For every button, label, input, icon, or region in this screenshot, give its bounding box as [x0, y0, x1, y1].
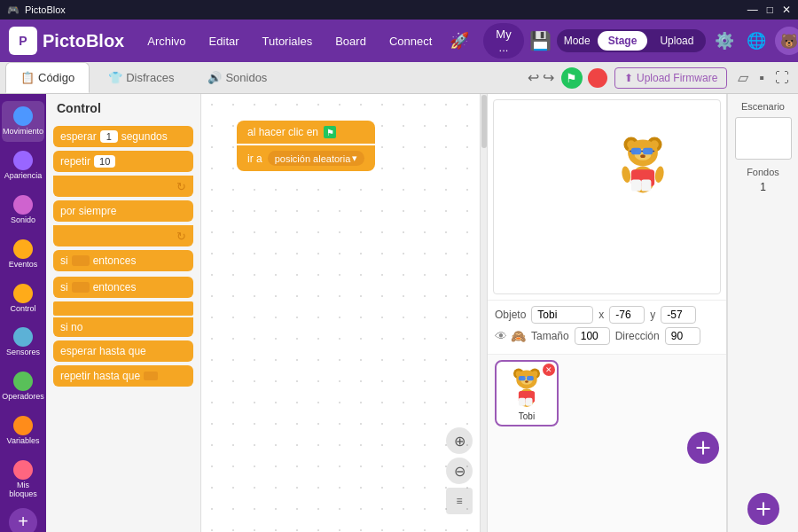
sidebar-item-variables[interactable]: Variables [2, 411, 44, 451]
hide-btn[interactable]: 🙈 [511, 329, 526, 343]
my-projects-btn[interactable]: My ... [483, 23, 523, 59]
menu-archivo[interactable]: Archivo [138, 31, 194, 51]
y-label: y [650, 309, 655, 321]
operadores-label: Operadores [2, 393, 44, 402]
fit-btn[interactable]: ≡ [446, 488, 473, 514]
tab-disfraces[interactable]: 👕 Disfraces [93, 62, 189, 93]
logo-icon: P [9, 27, 37, 55]
mis-bloques-label: Mis bloques [5, 481, 41, 499]
x-input[interactable] [609, 306, 645, 324]
stage-view-btn[interactable]: ▪ [755, 67, 768, 88]
add-backdrop-btn[interactable] [747, 493, 779, 525]
stop-btn[interactable] [588, 68, 607, 88]
sprite-card-tobi[interactable]: ✕ [495, 360, 559, 426]
block-esperar-hasta[interactable]: esperar hasta que [53, 340, 193, 362]
sidebar-item-movimiento[interactable]: Movimiento [2, 101, 44, 142]
stage-canvas [493, 99, 721, 294]
sidebar-item-mis-bloques[interactable]: Mis bloques [2, 455, 44, 505]
sprite-delete-btn[interactable]: ✕ [543, 364, 555, 376]
event-block[interactable]: al hacer clic en ⚑ [237, 121, 375, 144]
sidebar-item-eventos[interactable]: Eventos [2, 234, 44, 275]
block-repetir-label: repetir [60, 155, 90, 168]
split-view-btn[interactable]: ▱ [734, 67, 752, 88]
block-si-entonces[interactable]: si entonces [53, 250, 193, 271]
fullscreen-btn[interactable]: ⛶ [771, 67, 793, 88]
sidebar-item-operadores[interactable]: Operadores [2, 366, 44, 407]
y-input[interactable] [661, 306, 696, 324]
app-icon: 🎮 [7, 4, 20, 16]
sidebar-item-apariencia[interactable]: Apariencia [2, 145, 44, 186]
obj-main-row: Objeto x y [495, 306, 719, 324]
menu-editar[interactable]: Editar [200, 31, 248, 51]
svg-rect-25 [527, 376, 534, 380]
objeto-label: Objeto [495, 309, 526, 321]
tamano-input[interactable] [575, 327, 610, 345]
svg-rect-30 [526, 398, 533, 406]
sonido-label: Sonido [11, 216, 35, 225]
mode-label: Mode [559, 35, 596, 47]
show-btn[interactable]: 👁 [495, 329, 507, 343]
si-condition-diamond-2 [72, 282, 90, 293]
sidebar-item-sensores[interactable]: Sensores [2, 322, 44, 363]
tab-codigo-label: Código [38, 71, 74, 84]
event-flag-icon: ⚑ [324, 126, 336, 138]
green-flag-btn[interactable]: ⚑ [561, 67, 583, 89]
si-condition-diamond [72, 255, 90, 266]
save-btn[interactable]: 💾 [529, 30, 552, 51]
sprites-panel: ✕ [488, 354, 726, 532]
sidebar-item-sonido[interactable]: Sonido [2, 190, 44, 231]
block-esperar[interactable]: esperar 1 segundos [53, 126, 193, 147]
svg-rect-7 [643, 148, 653, 155]
avatar-icon: 🐻 [775, 27, 798, 55]
menu-connect[interactable]: Connect [380, 31, 441, 51]
undo-btn[interactable]: ↩ [528, 69, 539, 86]
minimize-btn[interactable]: — [747, 4, 758, 16]
fondos-label: Fondos [747, 167, 779, 177]
zoom-in-btn[interactable]: ⊕ [446, 427, 473, 454]
block-si-label-2: si [60, 281, 68, 293]
stage-mode-btn[interactable]: Stage [598, 31, 648, 51]
close-btn[interactable]: ✕ [782, 4, 791, 16]
escenario-canvas [735, 117, 792, 160]
maximize-btn[interactable]: □ [767, 4, 773, 16]
block-si-entonces-2[interactable]: si entonces [53, 277, 193, 298]
tab-codigo[interactable]: 📋 Código [5, 62, 90, 93]
zoom-out-btn[interactable]: ⊖ [446, 458, 473, 484]
goto-block[interactable]: ir a posición aleatoria ▾ [237, 145, 375, 171]
objeto-name-input[interactable] [531, 306, 593, 324]
block-si-no[interactable]: si no [53, 317, 193, 337]
script-area[interactable]: al hacer clic en ⚑ ir a posición aleator… [201, 94, 488, 532]
block-entonces-label-2: entonces [93, 281, 137, 293]
upload-mode-btn[interactable]: Upload [649, 31, 704, 51]
tab-sonidos[interactable]: 🔊 Sonidos [192, 62, 282, 93]
menu-board[interactable]: Board [326, 31, 375, 51]
upload-firmware-btn[interactable]: ⬆ Upload Firmware [614, 67, 727, 89]
goto-dropdown[interactable]: posición aleatoria ▾ [268, 151, 365, 166]
sidebar-item-control[interactable]: Control [2, 278, 44, 319]
direccion-input[interactable] [665, 327, 700, 345]
fondos-count: 1 [760, 181, 766, 193]
tab-codigo-icon: 📋 [20, 71, 35, 84]
script-scrollbar[interactable] [480, 94, 487, 532]
tab-sonidos-icon: 🔊 [207, 71, 222, 84]
tab-disfraces-icon: 👕 [108, 71, 122, 84]
main-content: Movimiento Apariencia Sonido Eventos Con… [0, 94, 798, 532]
block-repetir-hasta[interactable]: repetir hasta que [53, 365, 193, 387]
visibility-btns: 👁 🙈 [495, 329, 526, 343]
language-btn[interactable]: 🌐 [743, 27, 770, 54]
escenario-label: Escenario [741, 101, 785, 112]
title-bar-controls[interactable]: — □ ✕ [747, 4, 791, 16]
svg-rect-14 [631, 179, 641, 191]
avatar-btn[interactable]: 🐻 Login [775, 27, 798, 55]
redo-btn[interactable]: ↪ [543, 69, 554, 86]
add-extension-btn[interactable]: + [9, 508, 37, 532]
menu-tutoriales[interactable]: Tutoriales [254, 31, 322, 51]
add-sprite-btn[interactable] [687, 432, 719, 464]
sidebar-bottom: + [9, 508, 37, 532]
block-esperar-input: 1 [100, 130, 118, 143]
block-por-siempre[interactable]: por siempre [53, 200, 193, 222]
sonido-dot [13, 195, 33, 215]
block-repetir[interactable]: repetir 10 [53, 151, 193, 172]
settings-btn[interactable]: ⚙️ [711, 27, 738, 54]
sprite-tobi-svg [507, 364, 546, 411]
